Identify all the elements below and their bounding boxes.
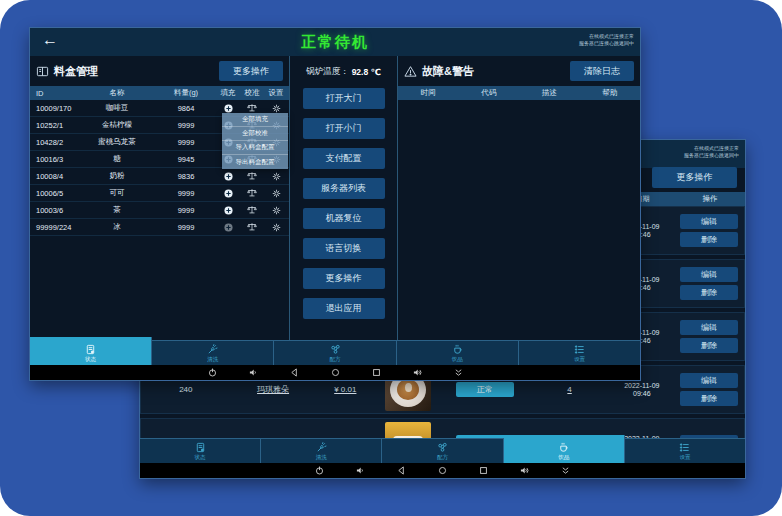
home-circle-icon[interactable]	[438, 466, 447, 475]
drink-count-link[interactable]: 4	[567, 385, 571, 394]
machine-reset-button[interactable]: 机器复位	[303, 208, 385, 229]
materials-table-header: ID 名称 料量(g) 填充 校准 设置	[30, 86, 289, 100]
tab-drinks[interactable]: 饮品	[504, 435, 625, 463]
open-big-door-button[interactable]: 打开大门	[303, 88, 385, 109]
machine-state-title: 正常待机	[30, 33, 640, 52]
status-doc-icon	[85, 344, 96, 355]
settings-gear-icon[interactable]	[264, 189, 288, 198]
admin-screen: ← 正常待机 在线模式已连接正常 服务器已连接心跳返回中 料盒管理 更多操作 I…	[30, 28, 640, 380]
tab-settings[interactable]: 设置	[519, 341, 640, 365]
back-triangle-icon[interactable]	[397, 466, 406, 475]
recents-square-icon[interactable]	[479, 466, 488, 475]
more-actions-dropdown: 全部填充 全部校准 导入料盒配置 导出料盒配置	[222, 113, 288, 169]
alerts-table-header: 时间 代码 描述 帮助	[398, 86, 640, 100]
delete-button[interactable]: 删除	[680, 232, 738, 247]
warning-triangle-icon	[404, 65, 417, 78]
tab-drinks[interactable]: 饮品	[397, 341, 519, 365]
recipe-nodes-icon	[330, 344, 341, 355]
tab-status[interactable]: 状态	[30, 337, 152, 365]
tab-status[interactable]: 状态	[140, 439, 261, 463]
boiler-temp-value: 92.8 ℃	[352, 67, 381, 77]
android-nav-bar	[140, 463, 745, 478]
clear-log-button[interactable]: 清除日志	[570, 61, 634, 81]
drink-id: 240	[141, 385, 231, 394]
fill-plus-icon[interactable]	[216, 223, 240, 232]
home-circle-icon[interactable]	[331, 368, 340, 377]
drink-name-link[interactable]: 玛琪雅朵	[257, 385, 289, 394]
volume-high-icon[interactable]	[413, 368, 422, 377]
more-actions-button[interactable]: 更多操作	[219, 61, 283, 81]
fill-plus-icon[interactable]	[216, 172, 240, 181]
language-switch-button[interactable]: 语言切换	[303, 238, 385, 259]
calibrate-scale-icon[interactable]	[240, 205, 264, 215]
exit-app-button[interactable]: 退出应用	[303, 298, 385, 319]
fill-plus-icon[interactable]	[216, 104, 240, 113]
settings-gear-icon[interactable]	[264, 172, 288, 181]
drink-cup-icon	[452, 344, 463, 355]
tab-recipe[interactable]: 配方	[274, 341, 396, 365]
payment-config-button[interactable]: 支付配置	[303, 148, 385, 169]
fill-plus-icon[interactable]	[216, 189, 240, 198]
tab-clean[interactable]: 清洗	[261, 439, 382, 463]
front-screen-header: ← 正常待机 在线模式已连接正常 服务器已连接心跳返回中	[30, 28, 640, 56]
table-row: 10006/5可可9999	[30, 185, 289, 202]
edit-button[interactable]: 编辑	[680, 214, 738, 229]
connection-status: 在线模式已连接正常 服务器已连接心跳返回中	[684, 145, 739, 159]
collapse-chevrons-icon[interactable]	[561, 466, 570, 475]
android-nav-bar	[30, 365, 640, 380]
fill-plus-icon[interactable]	[216, 206, 240, 215]
panel-title: 料盒管理	[54, 64, 98, 79]
device-mat: 在线模式已连接正常 服务器已连接心跳返回中 更多操作 日期 操作 2022-11…	[0, 0, 782, 516]
settings-gear-icon[interactable]	[264, 223, 288, 232]
recipe-nodes-icon	[437, 442, 448, 453]
menu-item[interactable]: 导入料盒配置	[222, 141, 288, 155]
status-doc-icon	[195, 442, 206, 453]
server-list-button[interactable]: 服务器列表	[303, 178, 385, 199]
calibrate-scale-icon[interactable]	[240, 103, 264, 113]
menu-item[interactable]: 全部填充	[222, 113, 288, 127]
power-icon[interactable]	[315, 466, 324, 475]
volume-low-icon[interactable]	[356, 466, 365, 475]
recents-square-icon[interactable]	[372, 368, 381, 377]
table-row: 10003/6茶9999	[30, 202, 289, 219]
delete-button[interactable]: 删除	[680, 338, 738, 353]
column-ops: 操作	[675, 194, 745, 204]
edit-button[interactable]: 编辑	[680, 320, 738, 335]
tab-recipe[interactable]: 配方	[382, 439, 503, 463]
delete-button[interactable]: 删除	[680, 391, 738, 406]
clean-spray-icon	[316, 442, 327, 453]
more-actions-button[interactable]: 更多操作	[652, 167, 737, 188]
drink-price-link[interactable]: ¥ 0.01	[334, 385, 356, 394]
calibrate-scale-icon[interactable]	[240, 188, 264, 198]
settings-gear-icon[interactable]	[264, 104, 288, 113]
calibrate-scale-icon[interactable]	[240, 171, 264, 181]
settings-gear-icon[interactable]	[264, 206, 288, 215]
delete-button[interactable]: 删除	[680, 285, 738, 300]
volume-high-icon[interactable]	[520, 466, 529, 475]
boiler-temp-label: 锅炉温度：	[306, 66, 349, 78]
controls-panel: 锅炉温度： 92.8 ℃ 打开大门 打开小门 支付配置 服务器列表 机器复位 语…	[290, 56, 398, 340]
settings-list-icon	[679, 442, 690, 453]
table-row: 10008/4奶粉9836	[30, 168, 289, 185]
edit-button[interactable]: 编辑	[680, 373, 738, 388]
menu-item[interactable]: 导出料盒配置	[222, 155, 288, 169]
settings-list-icon	[574, 344, 585, 355]
open-small-door-button[interactable]: 打开小门	[303, 118, 385, 139]
calibrate-scale-icon[interactable]	[240, 222, 264, 232]
volume-low-icon[interactable]	[249, 368, 258, 377]
menu-item[interactable]: 全部校准	[222, 127, 288, 141]
more-actions-button[interactable]: 更多操作	[303, 268, 385, 289]
tab-clean[interactable]: 清洗	[152, 341, 274, 365]
materials-panel: 料盒管理 更多操作 ID 名称 料量(g) 填充 校准 设置 10009/170…	[30, 56, 290, 340]
edit-button[interactable]: 编辑	[680, 267, 738, 282]
collapse-chevrons-icon[interactable]	[454, 368, 463, 377]
tab-settings[interactable]: 设置	[625, 439, 745, 463]
power-icon[interactable]	[208, 368, 217, 377]
bottom-tab-bar: 状态 清洗 配方 饮品 设置	[30, 340, 640, 365]
back-triangle-icon[interactable]	[290, 368, 299, 377]
status-badge[interactable]: 正常	[456, 382, 514, 397]
clean-spray-icon	[207, 344, 218, 355]
updated-date: 2022-11-0909:46	[609, 382, 674, 398]
panel-title: 故障&警告	[422, 64, 474, 79]
bottom-tab-bar: 状态 清洗 配方 饮品 设置	[140, 438, 745, 463]
